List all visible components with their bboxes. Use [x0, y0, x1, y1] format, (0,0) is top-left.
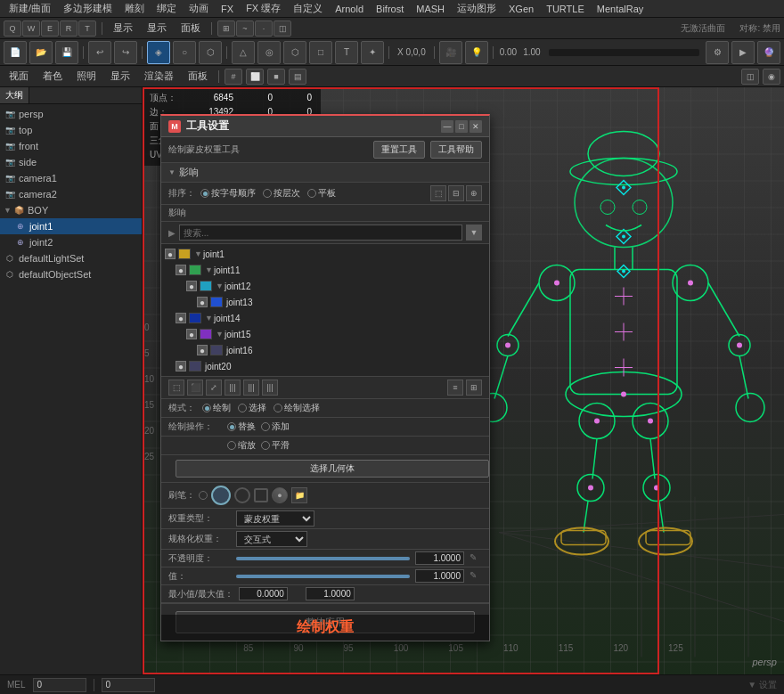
paint-smooth-radio[interactable]: 平滑 [261, 439, 290, 452]
brush-folder-btn[interactable]: 📁 [291, 487, 307, 503]
snap-curve-btn[interactable]: ~ [236, 20, 254, 37]
joint-row-joint20[interactable]: ● joint20 [161, 358, 489, 374]
dialog-close-btn[interactable]: ✕ [470, 120, 482, 133]
outliner-item-BOY[interactable]: ▼ 📦 BOY [0, 202, 142, 218]
menu-rig[interactable]: 绑定 [151, 1, 182, 16]
menu-fxcache[interactable]: FX 缓存 [241, 1, 286, 16]
joint15-vis[interactable]: ● [186, 329, 197, 339]
mode-select-radio[interactable]: 选择 [238, 402, 266, 414]
joint-row-joint1[interactable]: ● ▼ joint1 [161, 246, 489, 262]
paint-replace-radio[interactable]: 替换 [227, 420, 256, 433]
sort-icon3[interactable]: ⊕ [466, 185, 482, 201]
outliner-item-persp[interactable]: 📷 persp [0, 106, 142, 122]
isolate-btn[interactable]: ◉ [763, 69, 780, 85]
joint1-vis[interactable]: ● [165, 249, 176, 259]
paint-add-radio[interactable]: 添加 [261, 420, 290, 433]
render-settings-btn[interactable]: ⚙ [706, 41, 729, 64]
sort-flat-radio[interactable]: 平板 [307, 187, 336, 200]
undo-btn[interactable]: ↩ [88, 41, 111, 64]
copy-weights-btn[interactable]: ⬚ [168, 380, 184, 396]
brush-shape-small-dot[interactable] [199, 491, 208, 500]
mode-paint-radio[interactable]: 绘制 [202, 402, 231, 414]
opacity-value[interactable] [415, 551, 464, 565]
camera-btn[interactable]: 🎥 [439, 41, 462, 64]
min-value[interactable] [239, 587, 288, 600]
menu-polygon[interactable]: 多边形建模 [58, 1, 118, 16]
menu-bifrost[interactable]: Bifrost [371, 3, 409, 15]
paint-scale-radio[interactable]: 缩放 [227, 439, 256, 452]
value-slider[interactable] [236, 575, 410, 578]
hypershade-btn[interactable]: 🔮 [757, 41, 780, 64]
snap-point-btn[interactable]: · [255, 20, 273, 37]
paint-select-btn[interactable]: ⬡ [199, 41, 222, 64]
joint20-vis[interactable]: ● [176, 361, 186, 371]
snap-grid-btn[interactable]: ⊞ [217, 20, 235, 37]
select-tool-btn[interactable]: Q [4, 20, 21, 37]
flood-btn[interactable]: ||| [262, 380, 278, 396]
select-geom-btn[interactable]: 选择几何体 [176, 460, 489, 478]
joint-row-joint13[interactable]: ● joint13 [161, 294, 489, 310]
outliner-item-camera2[interactable]: 📷 camera2 [0, 186, 142, 202]
menu-view[interactable]: 视面 [4, 69, 34, 84]
light-btn[interactable]: 💡 [465, 41, 488, 64]
joint-row-joint14[interactable]: ● ▼ joint14 [161, 310, 489, 326]
joint14-vis[interactable]: ● [176, 313, 186, 323]
outliner-item-side[interactable]: 📷 side [0, 154, 142, 170]
sort-icon2[interactable]: ⊟ [448, 185, 464, 201]
menu-fx[interactable]: FX [216, 3, 239, 15]
lasso-select-btn[interactable]: ○ [173, 41, 196, 64]
last-tool-btn[interactable]: T [78, 20, 96, 37]
sort-alpha-radio[interactable]: 按字母顺序 [200, 187, 256, 200]
paste-weights-btn[interactable]: ⬛ [187, 380, 203, 396]
move-tool-btn[interactable]: W [22, 20, 40, 37]
render-btn[interactable]: ▶ [731, 41, 755, 64]
value-value[interactable] [415, 569, 464, 583]
outliner-item-defaultLightSet[interactable]: ⬡ defaultLightSet [0, 250, 142, 266]
text-btn[interactable]: T [335, 41, 358, 64]
menu-sculpt[interactable]: 雕刻 [119, 1, 150, 16]
outliner-item-defaultObjectSet[interactable]: ⬡ defaultObjectSet [0, 266, 142, 282]
mirror-weights-btn[interactable]: ⤢ [206, 380, 222, 396]
normalize-select[interactable]: 交互式 后处理 无 [236, 531, 307, 547]
menu-shading[interactable]: 着色 [37, 69, 68, 84]
joint-row-joint15[interactable]: ● ▼ joint15 [161, 326, 489, 342]
sort-icon1[interactable]: ⬚ [430, 185, 446, 201]
menu-custom[interactable]: 自定义 [288, 1, 328, 16]
menu-motion[interactable]: 运动图形 [452, 1, 502, 16]
outliner-item-camera1[interactable]: 📷 camera1 [0, 170, 142, 186]
viewport-canvas[interactable]: 顶点： 6845 0 0 边： 13492 0 0 面： 6658 0 0 [143, 87, 784, 674]
wireframe-btn[interactable]: ⬜ [246, 69, 264, 85]
outliner-item-joint1[interactable]: ⊕ joint1 [0, 218, 142, 234]
influence-section-header[interactable]: ▼ 影响 [161, 163, 489, 183]
grid-view-btn[interactable]: ⊞ [466, 380, 482, 396]
menu-xgen[interactable]: XGen [503, 3, 539, 15]
opacity-edit-icon[interactable]: ✎ [470, 552, 482, 565]
menu-arnold[interactable]: Arnold [330, 3, 369, 15]
menu-show[interactable]: 显示 [142, 20, 172, 36]
dialog-restore-btn[interactable]: □ [455, 120, 468, 133]
joint-row-joint16[interactable]: ● joint16 [161, 342, 489, 358]
max-value[interactable] [306, 587, 355, 600]
snap-view-btn[interactable]: ◫ [274, 20, 291, 37]
dialog-minimize-btn[interactable]: — [441, 120, 453, 133]
xform-btn[interactable]: ✦ [361, 41, 384, 64]
joint-row-joint12[interactable]: ● ▼ joint12 [161, 278, 489, 294]
value-edit-icon[interactable]: ✎ [470, 570, 482, 583]
tab-outliner[interactable]: 大纲 [0, 87, 29, 103]
menu-renderer[interactable]: 渲染器 [139, 69, 179, 84]
weight-type-select[interactable]: 蒙皮权重 DQ 混合权重 [236, 510, 314, 527]
open-scene-btn[interactable]: 📂 [29, 41, 53, 64]
list-view-btn[interactable]: ≡ [447, 380, 463, 396]
menu-panel2[interactable]: 面板 [183, 69, 213, 84]
mode-paintsel-radio[interactable]: 绘制选择 [274, 402, 320, 414]
redo-btn[interactable]: ↪ [114, 41, 137, 64]
outliner-item-joint2[interactable]: ⊕ joint2 [0, 234, 142, 250]
menu-display2[interactable]: 显示 [105, 69, 135, 84]
outliner-item-top[interactable]: 📷 top [0, 122, 142, 138]
status-input1[interactable] [33, 678, 86, 692]
prune-btn[interactable]: ||| [243, 380, 259, 396]
brush-shape-circle[interactable] [234, 487, 250, 503]
menu-display[interactable]: 显示 [108, 20, 138, 36]
joint-row-joint11[interactable]: ● ▼ joint11 [161, 262, 489, 278]
menu-mash[interactable]: MASH [411, 3, 450, 15]
